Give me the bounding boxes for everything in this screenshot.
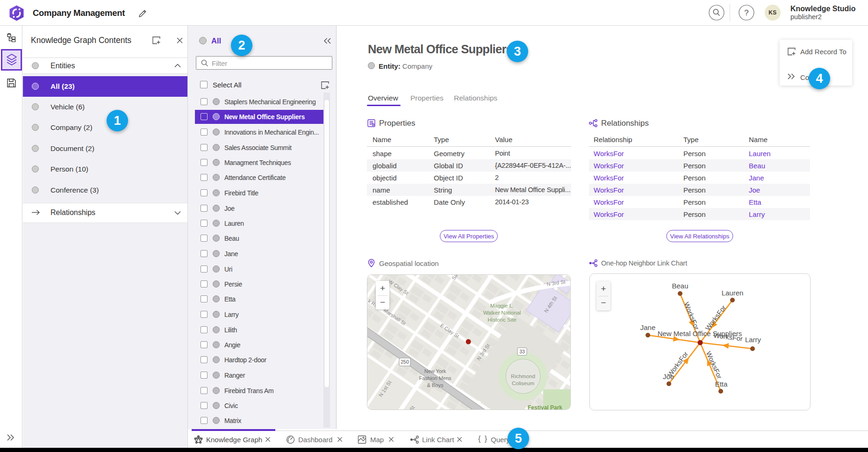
svg-text:Festival Park: Festival Park (528, 404, 562, 409)
svg-text:250: 250 (401, 359, 409, 365)
svg-text:Lauren: Lauren (722, 289, 744, 297)
svg-text:Larry: Larry (745, 336, 761, 344)
svg-text:Jane: Jane (640, 323, 656, 331)
svg-text:Coliseum: Coliseum (512, 380, 534, 386)
svg-text:WorksFor: WorksFor (704, 304, 728, 332)
svg-text:Etta: Etta (715, 380, 728, 388)
svg-text:& Boys: & Boys (427, 382, 444, 388)
svg-text:Walker National: Walker National (483, 310, 521, 316)
svg-text:Beau: Beau (672, 282, 688, 290)
svg-text:Maggie L.: Maggie L. (490, 303, 514, 309)
svg-text:New York: New York (424, 368, 446, 374)
svg-text:WorksFor: WorksFor (682, 301, 700, 331)
svg-text:Fashion Mens: Fashion Mens (419, 375, 452, 381)
svg-text:?: ? (744, 8, 748, 17)
svg-text:33: 33 (519, 349, 525, 354)
svg-text:WorksFor: WorksFor (666, 350, 690, 378)
svg-text:Historic Site: Historic Site (488, 317, 516, 323)
svg-text:Richmond: Richmond (511, 373, 535, 379)
